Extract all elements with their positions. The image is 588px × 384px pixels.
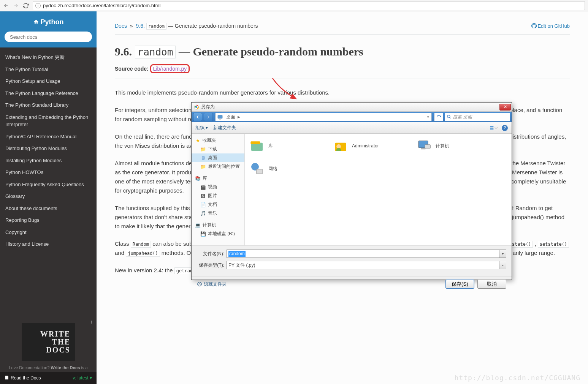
network-icon [249,161,265,176]
tree-desktop[interactable]: 🖥桌面 [192,153,244,162]
dialog-search-input[interactable]: 搜索 桌面 [445,113,510,121]
nav-item[interactable]: About these documents [0,202,97,215]
browser-toolbar: i pydoc-zh.readthedocs.io/en/latest/libr… [0,0,588,11]
file-computer[interactable]: 计算机 [417,138,485,153]
nav-item[interactable]: What's New in Python 更新 [0,51,97,63]
rtd-label: Read the Docs [5,375,41,381]
help-button[interactable]: ? [502,125,508,131]
svg-rect-13 [425,145,431,149]
filetype-label: 保存类型(T): [197,262,224,269]
path-segment[interactable]: 桌面 [225,114,237,120]
page-title: 9.6. random — Generate pseudo-random num… [115,45,570,58]
svg-rect-5 [490,126,493,127]
file-list: 库 Administrator 计算机 网络 [245,134,512,245]
breadcrumb-docs[interactable]: Docs [115,23,127,29]
file-administrator[interactable]: Administrator [333,138,401,153]
dialog-nav-bar: 桌面 ▶ ▾ 搜索 桌面 [192,112,512,122]
breadcrumb-section[interactable]: 9.6. random [136,23,168,29]
forward-button[interactable] [13,3,19,9]
search-icon [447,114,451,120]
filename-dropdown[interactable]: ▾ [499,250,506,258]
svg-rect-6 [490,128,493,129]
dialog-footer: 隐藏文件夹 保存(S) 取消 [192,276,512,292]
tree-computer[interactable]: 💻计算机 [192,221,244,229]
nav-forward-button[interactable] [204,113,213,121]
tree-favorites[interactable]: ★收藏夹 [192,136,244,145]
dialog-titlebar[interactable]: 另存为 ✕ [192,103,512,112]
home-icon [33,18,39,26]
folder-tree: ★收藏夹 📁下载 🖥桌面 📁最近访问的位置 📚库 🎬视频 🖼图片 📄文档 🎵音乐… [192,134,245,245]
tree-libraries[interactable]: 📚库 [192,174,244,183]
nav-list: What's New in Python 更新 The Python Tutor… [0,47,97,316]
nav-item[interactable]: Extending and Embedding the Python Inter… [0,111,97,131]
sidebar-header: Python [0,11,97,32]
rtd-version-bar[interactable]: Read the Docs v: latest ▾ [0,372,97,384]
tree-videos[interactable]: 🎬视频 [192,183,244,191]
close-button[interactable]: ✕ [499,104,511,111]
svg-point-4 [447,115,450,118]
save-as-dialog: 另存为 ✕ 桌面 ▶ ▾ 搜索 桌面 组织 ▾ 新建 [191,102,512,280]
nav-item[interactable]: Reporting Bugs [0,214,97,226]
source-link[interactable]: Lib/random.py [150,64,190,73]
svg-point-16 [198,282,202,286]
tree-recent[interactable]: 📁最近访问的位置 [192,162,244,171]
nav-item[interactable]: Copyright [0,226,97,239]
file-network[interactable]: 网络 [249,161,318,176]
path-bar[interactable]: 桌面 ▶ ▾ [215,113,432,121]
project-home-link[interactable]: Python [33,18,64,26]
chrome-icon [194,104,199,110]
hide-folders-toggle[interactable]: 隐藏文件夹 [197,281,227,288]
url-bar[interactable]: i pydoc-zh.readthedocs.io/en/latest/libr… [33,1,585,10]
nav-item[interactable]: The Python Standard Library [0,99,97,111]
view-options-button[interactable] [490,125,498,131]
edit-on-github-link[interactable]: Edit on GitHub [531,23,570,29]
svg-rect-15 [256,169,263,174]
file-libraries[interactable]: 库 [249,138,318,153]
path-refresh-button[interactable] [434,113,443,121]
save-button[interactable]: 保存(S) [445,280,474,289]
svg-rect-3 [219,119,221,119]
nav-item[interactable]: Python/C API Reference Manual [0,131,97,143]
nav-item[interactable]: Distributing Python Modules [0,142,97,155]
nav-item[interactable]: Python HOWTOs [0,166,97,179]
watermark: http://blog.csdn.net/CGGUANG [455,374,580,382]
filetype-select[interactable]: PY 文件 (.py) ▾ [227,261,506,269]
nav-item[interactable]: History and License [0,238,97,250]
nav-item[interactable]: Installing Python Modules [0,155,97,167]
search-wrap [0,32,97,47]
source-code-line: Source code: Lib/random.py [115,66,570,72]
cancel-button[interactable]: 取消 [477,280,506,289]
desktop-icon [217,114,223,120]
nav-item[interactable]: Glossary [0,190,97,202]
tree-music[interactable]: 🎵音乐 [192,209,244,218]
tree-documents[interactable]: 📄文档 [192,200,244,209]
version-selector[interactable]: v: latest ▾ [73,375,92,381]
nav-item[interactable]: The Python Language Reference [0,87,97,100]
dialog-fields: 文件名(N): random ▾ 保存类型(T): PY 文件 (.py) ▾ [192,245,512,276]
nav-item[interactable]: Python Frequently Asked Questions [0,179,97,191]
svg-rect-8 [250,141,260,144]
ad-image[interactable]: WRITE THE DOCS [22,323,75,361]
github-icon [531,23,537,28]
filename-label: 文件名(N): [197,251,224,257]
reload-button[interactable] [23,3,29,9]
filename-input[interactable]: random ▾ [227,250,506,258]
ad-info-icon[interactable]: i [91,319,92,325]
tree-pictures[interactable]: 🖼图片 [192,191,244,200]
user-icon [333,138,348,153]
search-input[interactable] [5,32,92,42]
url-text: pydoc-zh.readthedocs.io/en/latest/librar… [43,3,160,8]
tree-downloads[interactable]: 📁下载 [192,145,244,153]
nav-item[interactable]: The Python Tutorial [0,63,97,76]
tree-disk[interactable]: 💾本地磁盘 (B:) [192,229,244,238]
sidebar: Python What's New in Python 更新 The Pytho… [0,11,97,384]
back-button[interactable] [3,3,9,9]
site-info-icon[interactable]: i [35,3,41,8]
nav-item[interactable]: Python Setup and Usage [0,75,97,87]
new-folder-button[interactable]: 新建文件夹 [213,125,236,131]
nav-back-button[interactable] [193,113,202,121]
filetype-dropdown[interactable]: ▾ [499,261,506,269]
dialog-title-text: 另存为 [201,104,499,110]
organize-button[interactable]: 组织 ▾ [195,125,208,131]
breadcrumb: Docs » 9.6. random — Generate pseudo-ran… [115,23,570,35]
